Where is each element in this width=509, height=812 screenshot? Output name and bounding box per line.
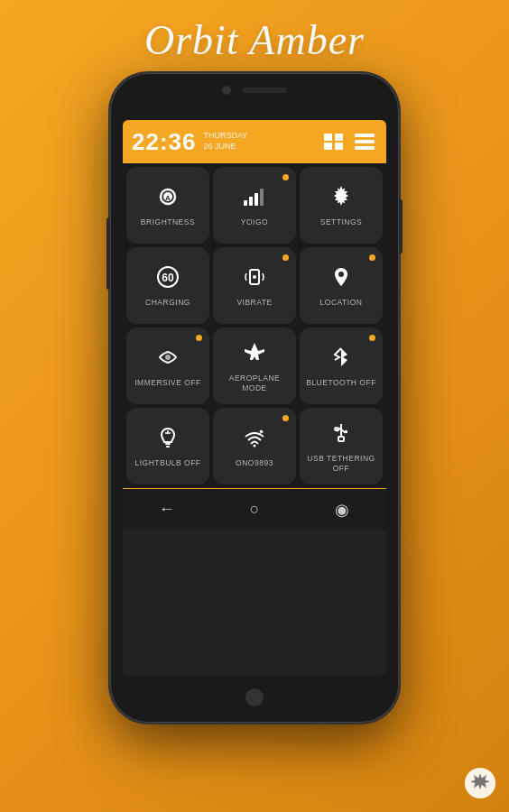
tile-charging[interactable]: 60 CHARGING — [126, 247, 209, 324]
tile-label-settings: SETTINGS — [320, 217, 363, 227]
svg-rect-11 — [249, 197, 253, 206]
tile-icon-bluetooth — [329, 345, 354, 374]
tile-label-lightbulb: LIGHTBULB OFF — [134, 458, 200, 468]
svg-rect-13 — [260, 189, 264, 206]
tile-label-location: LOCATION — [320, 298, 363, 308]
app-title: Orbit Amber — [144, 16, 365, 64]
tile-label-vibrate: VIBRATE — [236, 298, 272, 308]
status-icons — [321, 129, 377, 154]
home-indicator — [245, 688, 264, 706]
status-bar: 22:36 THURSDAY 26 JUNE — [123, 120, 386, 163]
phone-wrapper: 22:36 THURSDAY 26 JUNE — [110, 73, 399, 723]
svg-rect-1 — [335, 134, 343, 141]
svg-rect-2 — [324, 143, 332, 150]
svg-rect-0 — [324, 134, 332, 141]
tile-label-usb: USB TETHERING OFF — [303, 454, 379, 474]
tiles-grid: A BRIGHTNESS YOIGO SETTINGS 60 CHARGING … — [123, 163, 386, 488]
svg-rect-32 — [345, 430, 347, 433]
tile-brightness[interactable]: A BRIGHTNESS — [126, 167, 209, 244]
svg-rect-3 — [335, 143, 343, 150]
recent-button[interactable]: ◉ — [324, 492, 360, 528]
svg-rect-22 — [166, 446, 170, 448]
svg-point-20 — [165, 355, 171, 360]
speaker-grill — [242, 88, 287, 93]
tile-label-aeroplane: AEROPLANE MODE — [217, 374, 292, 393]
svg-rect-12 — [255, 193, 258, 206]
tile-icon-immersive — [155, 345, 180, 374]
tile-label-bluetooth: BLUETOOTH OFF — [306, 378, 376, 388]
camera-dot — [222, 86, 231, 95]
tile-icon-aeroplane — [242, 340, 267, 369]
tile-label-yoigo: YOIGO — [241, 217, 268, 227]
tile-indicator-wifi — [282, 415, 289, 421]
tile-immersive[interactable]: IMMERSIVE OFF — [126, 328, 209, 404]
tile-icon-vibrate — [242, 264, 267, 293]
tile-wifi[interactable]: ONO9893 — [213, 408, 296, 484]
tile-settings[interactable]: SETTINGS — [300, 167, 383, 244]
svg-text:60: 60 — [162, 272, 174, 284]
date-label: 26 JUNE — [204, 142, 248, 152]
phone-body: 22:36 THURSDAY 26 JUNE — [110, 73, 399, 723]
tile-yoigo[interactable]: YOIGO — [213, 167, 296, 244]
svg-rect-5 — [355, 140, 375, 143]
phone-screen: 22:36 THURSDAY 26 JUNE — [123, 120, 386, 676]
tile-icon-charging: 60 — [155, 264, 180, 293]
tile-bluetooth[interactable]: BLUETOOTH OFF — [300, 328, 383, 404]
watermark — [464, 767, 496, 799]
svg-rect-6 — [355, 146, 375, 150]
tile-icon-yoigo — [242, 184, 267, 213]
tile-icon-location — [329, 264, 354, 293]
date-display: THURSDAY 26 JUNE — [204, 131, 248, 152]
tile-lightbulb[interactable]: LIGHTBULB OFF — [126, 408, 209, 484]
tile-icon-wifi — [242, 425, 267, 454]
tile-aeroplane[interactable]: AEROPLANE MODE — [213, 328, 296, 404]
svg-point-18 — [253, 275, 256, 279]
grid-view-icon[interactable] — [321, 129, 347, 154]
list-view-icon[interactable] — [352, 129, 377, 154]
phone-bottom-area — [245, 688, 264, 706]
svg-rect-21 — [165, 443, 171, 445]
time-display: 22:36 — [132, 128, 197, 156]
svg-point-25 — [254, 445, 256, 448]
tile-location[interactable]: LOCATION — [300, 247, 383, 324]
tile-indicator-location — [369, 254, 375, 261]
nav-bar: ← ○ ◉ — [123, 488, 386, 530]
back-button[interactable]: ← — [149, 492, 185, 528]
tile-label-brightness: BRIGHTNESS — [141, 217, 195, 227]
tile-icon-brightness: A — [155, 184, 180, 213]
tile-usb[interactable]: USB TETHERING OFF — [300, 408, 383, 484]
tile-icon-usb — [329, 420, 354, 449]
tile-indicator-immersive — [196, 335, 202, 341]
home-button[interactable]: ○ — [236, 492, 273, 528]
svg-rect-4 — [355, 134, 375, 137]
svg-text:A: A — [165, 194, 171, 202]
tile-indicator-bluetooth — [369, 335, 375, 341]
tile-icon-settings — [329, 184, 354, 213]
svg-rect-27 — [338, 437, 344, 441]
svg-rect-10 — [244, 200, 247, 206]
tile-label-immersive: IMMERSIVE OFF — [134, 378, 201, 388]
tile-icon-lightbulb — [155, 425, 180, 454]
tile-label-charging: CHARGING — [145, 298, 190, 308]
phone-top-area — [222, 86, 287, 95]
tile-indicator-yoigo — [282, 174, 289, 180]
day-label: THURSDAY — [204, 131, 248, 142]
tile-vibrate[interactable]: VIBRATE — [213, 247, 296, 324]
tile-label-wifi: ONO9893 — [236, 458, 273, 468]
tile-indicator-vibrate — [282, 254, 289, 261]
svg-point-19 — [338, 272, 344, 277]
